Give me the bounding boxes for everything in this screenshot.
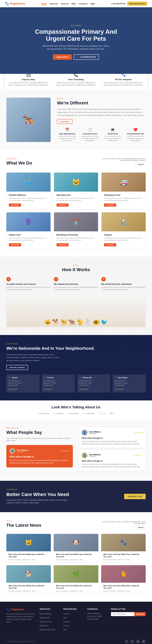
talking-title: Look Who's Talking About Us xyxy=(6,405,146,409)
different-title: We're Different xyxy=(57,100,146,106)
different-features: 📅 Easy Appointments Lorem ipsum dolor si… xyxy=(57,128,146,142)
urgent-learn-more-button[interactable]: Learn More xyxy=(9,243,21,246)
hero-card-consulting-text: Lorem ipsum dolor sit amet, consectetur … xyxy=(55,82,97,86)
footer-link-urgent[interactable]: Urgent Care xyxy=(40,624,59,627)
hero-welcome-label: WELCOME xyxy=(70,24,82,26)
site-logo[interactable]: 🐾 PuppyCare xyxy=(5,2,25,6)
footer-address-title: ADDRESS xyxy=(87,608,106,610)
nav-blog[interactable]: Blog xyxy=(71,2,76,5)
pets-row: 🐱 🐕 🦮 🐕‍🦺 🐈 🐇 🐠 🐦 xyxy=(43,317,109,327)
step3-text: Lorem ipsum dolor sit amet, consectetur … xyxy=(101,286,146,291)
twitter-icon[interactable]: t xyxy=(130,640,134,644)
locations-label: LOCATIONS xyxy=(6,343,146,345)
how-title: How It Works xyxy=(6,267,146,272)
news-image-1: 🐱 xyxy=(6,534,51,551)
boarding-learn-more-button[interactable]: Learn More xyxy=(56,243,69,246)
logo-shapes: ⬡ ⬡ ◯ xyxy=(99,412,105,414)
how-label: BLOG xyxy=(6,264,146,266)
footer-link-emergency[interactable]: Emergency Care xyxy=(40,620,59,623)
wellness-text: Lorem ipsum dolor sit amet, consectetur … xyxy=(9,197,48,202)
pets-image: 🐱 🐕 🦮 🐕‍🦺 🐈 🐇 🐠 🐦 xyxy=(6,296,146,327)
logo-tripadvisor: ⭐ tripadvisor xyxy=(38,412,50,414)
surgery-title: Surgery xyxy=(104,234,143,236)
facebook-icon[interactable]: f xyxy=(125,640,129,644)
testimonials-left: WELLBEING What People Say Lorem ipsum do… xyxy=(6,427,73,473)
specialty-learn-more-button[interactable]: Learn More xyxy=(56,204,69,207)
reviewer-stars-2: ★★★★★ xyxy=(135,432,143,434)
nav-home[interactable]: Home xyxy=(41,2,47,5)
loc-eastvillage-link[interactable]: Get Directions xyxy=(115,388,124,390)
locations-section: LOCATIONS We're Nationwide And In Your N… xyxy=(0,335,152,400)
reviewer-avatar-1: 👤 xyxy=(9,448,15,454)
urgent-image: ⚕️ xyxy=(6,212,50,231)
logo-tripadvisor2: ⭐ tripadvisor xyxy=(83,412,95,414)
locations-text: Lorem ipsum dolor sit amet, consectetur … xyxy=(6,353,60,362)
loc-clinton-name: 📍 Clinton Hill xyxy=(79,377,109,379)
loc-clinton-link[interactable]: Get Directions xyxy=(79,388,88,390)
news-grid-row1: 🐱 Wet or Dry Cat Food, Which One is Best… xyxy=(6,534,146,562)
vets-icon: ❤️ xyxy=(125,128,146,132)
footer-link-specialty[interactable]: Specialty Care xyxy=(40,616,59,619)
footer-top: 🐾 PuppyCare Lorem ipsum dolor sit amet, … xyxy=(6,608,146,632)
emergency-learn-more-button[interactable]: Learn More xyxy=(104,204,116,207)
service-card-urgent: ⚕️ Urgent Care Lorem ipsum dolor sit ame… xyxy=(6,212,50,249)
footer-link-faq[interactable]: FAQ xyxy=(63,628,82,631)
nav-page[interactable]: Page xyxy=(90,2,95,5)
view-all-locations-button[interactable]: View All Locations xyxy=(6,365,28,370)
footer-link-boarding[interactable]: Boarding & Grooming xyxy=(40,628,59,631)
footer-link-careers[interactable]: Careers xyxy=(63,624,82,627)
services-header: SERVICES What We Do Lorem ipsum dolor si… xyxy=(6,158,146,168)
loc-astoria-link[interactable]: Get Directions xyxy=(8,388,17,390)
feature-virtual-text: Lorem ipsum dolor sit amet, consectetur … xyxy=(103,135,123,142)
footer-link-wellness[interactable]: Routine Wellness xyxy=(40,612,59,615)
newsletter-email-input[interactable] xyxy=(111,612,134,616)
feature-vets-title: Compassionate Vets xyxy=(125,133,146,135)
testimonials-title: What People Say xyxy=(6,430,73,435)
hero-card-adoption-text: Lorem ipsum dolor sit amet, consectetur … xyxy=(103,82,145,86)
footer-newsletter-col: NEWSLETTER Subscribe xyxy=(111,608,146,632)
newsletter-subscribe-button[interactable]: Subscribe xyxy=(134,612,146,616)
surgery-learn-more-button[interactable]: Learn More xyxy=(104,243,116,246)
hero-card-adoption-title: Pet For Adoption xyxy=(103,78,145,81)
feature-virtual-title: Virtual Visits xyxy=(103,133,123,135)
nav-about[interactable]: About Us xyxy=(50,2,58,5)
services-view-all-button[interactable]: View All xyxy=(135,162,146,166)
news-header: BLOG The Latest News Lorem ipsum dolor s… xyxy=(6,520,146,530)
different-learn-more-button[interactable]: Learn More xyxy=(57,119,73,124)
schedule-visit-button[interactable]: Schedule a Visit xyxy=(124,494,146,499)
emergency-title: Emergency Care xyxy=(104,194,143,196)
footer-resources-links: About Us Blog Locations Careers FAQ xyxy=(63,612,82,631)
nav-locations[interactable]: Locations xyxy=(79,2,88,5)
news-meta-6: By John Consultant · September 10 - Blog xyxy=(103,590,144,592)
news-view-all-button[interactable]: View All xyxy=(135,526,146,529)
logo-legalsmith: ⚖ legalsmith xyxy=(68,412,79,414)
how-step-3: 3 We consult with your veterinarian Lore… xyxy=(101,277,146,291)
hero-appointment-button[interactable]: Appointment xyxy=(53,54,72,60)
news-title-4: Wet or Dry Cat Food, Which One is Best f… xyxy=(8,584,49,590)
instagram-icon[interactable]: 📷 xyxy=(142,640,146,644)
footer-link-blog[interactable]: Blog xyxy=(63,616,82,619)
footer-link-about[interactable]: About Us xyxy=(63,612,82,615)
how-section: BLOG How It Works 1 An expert receives y… xyxy=(0,256,152,335)
nav-services[interactable]: Services xyxy=(61,2,69,5)
different-content: ABOUT We're Different Lorem ipsum dolor … xyxy=(57,98,146,142)
specialty-text: Lorem ipsum dolor sit amet, consectetur … xyxy=(56,197,96,202)
how-steps: 1 An expert receives your concern Lorem … xyxy=(6,277,146,291)
news-meta-4: By John Consultant · September 10 - Blog xyxy=(8,590,49,592)
hero-phone-button[interactable]: 📞 (+41) 668-678-914 xyxy=(74,54,99,60)
loc-chelsea-address: 106 Columbia Ave New York, NY 10011 (212… xyxy=(44,380,73,386)
news-description: Lorem ipsum dolor sit amet, consectetur … xyxy=(98,521,146,524)
footer-link-locations[interactable]: Locations xyxy=(63,620,82,623)
book-appointment-button[interactable]: Book Appointment xyxy=(127,2,147,6)
news-image-6: 🐈 xyxy=(101,565,146,583)
wellness-learn-more-button[interactable]: Learn More xyxy=(9,204,21,207)
copyright-text: © 2023 PuppyCare. Design by ThemeForce.i… xyxy=(6,641,36,642)
reviewer-avatar-2: 👤 xyxy=(82,430,87,436)
emergency-text: Lorem ipsum dolor sit amet, consectetur … xyxy=(104,197,143,202)
footer-address-col: ADDRESS 106 Columbia Ave New York, NY 10… xyxy=(87,608,106,632)
loc-chelsea-link[interactable]: Get Directions xyxy=(44,388,53,390)
hero-section: WELCOME Compassionate Primary And Urgent… xyxy=(0,7,152,74)
feature-hours-title: Convenient Hours xyxy=(80,133,100,135)
reviewer-stars-3: ★★★★☆ xyxy=(135,454,143,456)
linkedin-icon[interactable]: in xyxy=(136,640,140,644)
